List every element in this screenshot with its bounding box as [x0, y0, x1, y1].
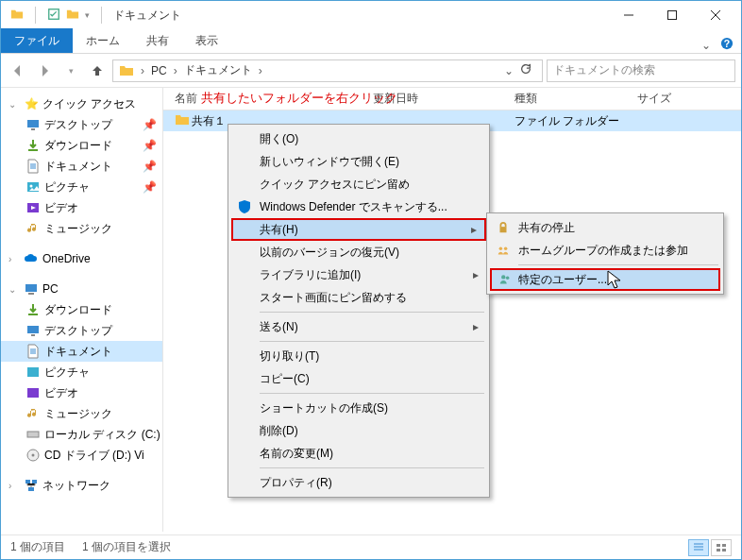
menu-pin-quick-access[interactable]: クイック アクセスにピン留め: [231, 173, 486, 195]
status-bar: 1 個の項目 1 個の項目を選択: [1, 535, 741, 559]
music-icon: [25, 221, 41, 236]
column-type[interactable]: 種類: [514, 91, 637, 107]
pin-icon: 📌: [143, 139, 157, 152]
refresh-icon[interactable]: [515, 62, 536, 78]
folder-icon: [175, 112, 192, 130]
tree-pc-downloads[interactable]: ダウンロード: [1, 299, 162, 320]
menu-rename[interactable]: 名前の変更(M): [231, 442, 486, 465]
back-button[interactable]: [7, 59, 29, 82]
menu-pin-start[interactable]: スタート画面にピン留めする: [231, 286, 486, 309]
up-button[interactable]: [86, 59, 109, 82]
svg-point-19: [32, 454, 35, 457]
submenu-specific-users[interactable]: 特定のユーザー...: [490, 268, 720, 291]
qat-dropdown-icon[interactable]: ▾: [85, 10, 90, 20]
svg-rect-17: [27, 432, 39, 437]
download-icon: [25, 302, 41, 317]
star-icon: ⭐: [24, 96, 39, 111]
tree-documents[interactable]: ドキュメント📌: [1, 156, 162, 177]
tab-view[interactable]: 表示: [182, 28, 231, 53]
menu-previous-versions[interactable]: 以前のバージョンの復元(V): [231, 241, 486, 263]
menu-cut[interactable]: 切り取り(T): [231, 345, 486, 367]
tree-videos[interactable]: ビデオ: [1, 197, 162, 218]
submenu-homegroup[interactable]: ホームグループの作成または参加: [490, 239, 720, 262]
tree-pictures[interactable]: ピクチャ📌: [1, 177, 162, 197]
tree-pc-desktop[interactable]: デスクトップ: [1, 320, 162, 341]
column-size[interactable]: サイズ: [637, 91, 741, 107]
view-details-button[interactable]: [688, 539, 709, 556]
properties-icon[interactable]: [47, 8, 60, 24]
tree-pc-videos[interactable]: ビデオ: [1, 382, 162, 403]
svg-rect-4: [27, 120, 39, 127]
chevron-right-icon[interactable]: ›: [256, 64, 265, 77]
address-bar[interactable]: › PC › ドキュメント › ⌄: [112, 59, 543, 82]
minimize-button[interactable]: [607, 1, 650, 29]
context-menu: 開く(O) 新しいウィンドウで開く(E) クイック アクセスにピン留め Wind…: [228, 124, 490, 498]
menu-delete[interactable]: 削除(D): [231, 419, 486, 442]
document-icon: [25, 159, 41, 174]
tree-downloads[interactable]: ダウンロード📌: [1, 135, 162, 156]
tree-pc-pictures[interactable]: ピクチャ: [1, 362, 162, 382]
breadcrumb-documents[interactable]: ドキュメント: [180, 62, 256, 78]
shield-icon: [237, 199, 252, 214]
separator: [35, 7, 36, 24]
menu-separator: [260, 312, 484, 313]
status-selected-count: 1 個の項目を選択: [82, 539, 171, 555]
quick-access-toolbar: ▾: [5, 7, 108, 24]
svg-rect-30: [717, 549, 720, 552]
menu-share[interactable]: 共有(H)▸: [231, 218, 486, 241]
tree-quick-access[interactable]: ⌄⭐クイック アクセス: [1, 93, 162, 114]
tree-local-disk[interactable]: ローカル ディスク (C:): [1, 424, 162, 445]
menu-open[interactable]: 開く(O): [231, 127, 486, 150]
tree-pc-documents[interactable]: ドキュメント: [1, 341, 162, 362]
tree-onedrive[interactable]: ›OneDrive: [1, 248, 162, 269]
search-input[interactable]: ドキュメントの検索: [547, 59, 735, 82]
tree-desktop[interactable]: デスクトップ📌: [1, 114, 162, 135]
annotation-text: 共有したいフォルダーを右クリック: [201, 90, 397, 107]
video-icon: [25, 200, 41, 215]
homegroup-icon: [496, 243, 511, 258]
menu-defender-scan[interactable]: Windows Defender でスキャンする...: [231, 195, 486, 218]
menu-copy[interactable]: コピー(C): [231, 367, 486, 390]
svg-rect-22: [28, 487, 34, 491]
menu-open-new-window[interactable]: 新しいウィンドウで開く(E): [231, 150, 486, 173]
svg-rect-16: [27, 388, 39, 398]
menu-add-library[interactable]: ライブラリに追加(I)▸: [231, 263, 486, 286]
svg-rect-23: [500, 227, 507, 232]
chevron-right-icon: ▸: [473, 268, 479, 281]
tab-share[interactable]: 共有: [133, 28, 182, 53]
svg-point-8: [30, 185, 33, 188]
share-submenu: 共有の停止 ホームグループの作成または参加 特定のユーザー...: [486, 212, 724, 295]
tree-network[interactable]: ›ネットワーク: [1, 475, 162, 496]
file-tab[interactable]: ファイル: [1, 28, 73, 53]
menu-send-to[interactable]: 送る(N)▸: [231, 315, 486, 338]
tree-pc-music[interactable]: ミュージック: [1, 403, 162, 424]
svg-rect-28: [717, 544, 720, 547]
expand-ribbon-icon[interactable]: ⌄: [701, 39, 711, 52]
chevron-right-icon[interactable]: ›: [171, 64, 180, 77]
chevron-right-icon: ▸: [471, 223, 477, 236]
status-item-count: 1 個の項目: [10, 539, 65, 555]
navigation-tree[interactable]: ⌄⭐クイック アクセス デスクトップ📌 ダウンロード📌 ドキュメント📌 ピクチャ…: [1, 88, 163, 532]
chevron-right-icon[interactable]: ›: [138, 64, 147, 77]
video-icon: [25, 385, 41, 400]
tab-home[interactable]: ホーム: [73, 28, 133, 53]
menu-create-shortcut[interactable]: ショートカットの作成(S): [231, 397, 486, 419]
pin-icon: 📌: [143, 160, 157, 173]
new-folder-icon[interactable]: [66, 8, 79, 24]
help-icon[interactable]: ?: [720, 37, 734, 53]
menu-properties[interactable]: プロパティ(R): [231, 471, 486, 494]
maximize-button[interactable]: [650, 1, 694, 29]
view-icons-button[interactable]: [711, 539, 732, 556]
submenu-stop-sharing[interactable]: 共有の停止: [490, 216, 720, 239]
address-dropdown-icon[interactable]: ⌄: [504, 64, 514, 77]
picture-icon: [25, 365, 41, 380]
tree-cd-drive[interactable]: CD ドライブ (D:) Vi: [1, 445, 162, 466]
forward-button[interactable]: [33, 59, 56, 82]
breadcrumb-pc[interactable]: PC: [147, 64, 171, 77]
tree-music[interactable]: ミュージック: [1, 218, 162, 239]
close-button[interactable]: [694, 1, 737, 29]
tree-pc[interactable]: ⌄PC: [1, 279, 162, 299]
svg-rect-15: [27, 367, 39, 377]
svg-point-27: [506, 277, 510, 280]
recent-dropdown[interactable]: ▾: [59, 59, 82, 82]
